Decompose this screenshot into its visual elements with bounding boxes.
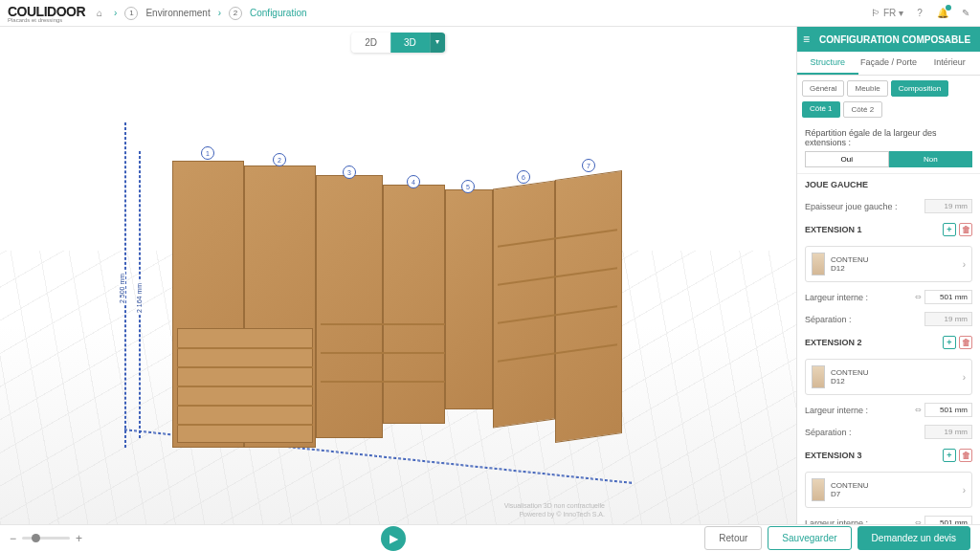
- chevron-right-icon: ›: [963, 372, 966, 383]
- content-thumb-icon: [812, 253, 825, 276]
- tab-structure[interactable]: Structure: [797, 52, 858, 75]
- ext1-content-card[interactable]: CONTENU D12 ›: [805, 246, 972, 282]
- view-dropdown[interactable]: ▾: [430, 33, 445, 53]
- repartition-row: Répartition égale de la largeur des exte…: [797, 122, 980, 174]
- logo-block: COULIDOOR Placards et dressings: [8, 4, 85, 23]
- ext2-content-card[interactable]: CONTENU D12 ›: [805, 359, 972, 395]
- hotspot-4[interactable]: 4: [407, 175, 420, 188]
- ext1-largeur-field: Largeur interne : ⇔: [797, 286, 980, 308]
- extension3-title: EXTENSION 3 + 🗑: [797, 443, 980, 468]
- toggle-oui[interactable]: Oui: [805, 151, 889, 167]
- joue-epaisseur-field: Epaisseur joue gauche :: [797, 195, 980, 217]
- zoom-slider[interactable]: [22, 537, 70, 540]
- credit-text: Visualisation 3D non contractuelle Power…: [504, 501, 605, 518]
- ext1-delete-button[interactable]: 🗑: [959, 223, 972, 236]
- extension2-title: EXTENSION 2 + 🗑: [797, 330, 980, 355]
- ext2-largeur-field: Largeur interne : ⇔: [797, 399, 980, 421]
- footer: − + ▶ Retour Sauvegarder Demandez un dev…: [0, 524, 980, 551]
- hotspot-1[interactable]: 1: [201, 146, 214, 160]
- ext3-content-card[interactable]: CONTENU D7 ›: [805, 472, 972, 508]
- tabs-level3: Côté 1 Côté 2: [797, 101, 980, 122]
- devis-button[interactable]: Demandez un devis: [858, 526, 970, 550]
- ruler-icon: ⇔: [915, 293, 922, 301]
- zoom-in-button[interactable]: +: [76, 532, 82, 545]
- breadcrumb-step2-num[interactable]: 2: [229, 7, 242, 20]
- dim-height2: 2 164 mm: [136, 281, 143, 315]
- joue-epaisseur-input[interactable]: [924, 199, 972, 213]
- breadcrumb-step1[interactable]: Environnement: [145, 8, 210, 18]
- notification-icon[interactable]: 🔔: [936, 7, 949, 20]
- hotspot-5[interactable]: 5: [461, 180, 475, 193]
- tab-general[interactable]: Général: [802, 80, 844, 97]
- ext2-largeur-input[interactable]: [924, 403, 972, 417]
- topbar: COULIDOOR Placards et dressings ⌂ › 1 En…: [0, 0, 980, 27]
- ext2-sep-input[interactable]: [924, 425, 972, 439]
- ext1-add-button[interactable]: +: [943, 223, 956, 236]
- wand-icon[interactable]: ✎: [959, 7, 972, 20]
- content-thumb-icon: [812, 478, 825, 501]
- view-3d-button[interactable]: 3D: [390, 33, 430, 53]
- ext2-content-info: CONTENU D12: [831, 368, 957, 386]
- home-icon[interactable]: ⌂: [93, 7, 106, 20]
- breadcrumb-step2[interactable]: Configuration: [250, 8, 306, 18]
- sidebar-title: CONFIGURATION COMPOSABLE: [815, 34, 974, 45]
- save-button[interactable]: Sauvegarder: [768, 526, 851, 550]
- hotspot-6[interactable]: 6: [517, 170, 530, 184]
- view-toggle: 2D 3D ▾: [351, 33, 445, 53]
- hotspot-2[interactable]: 2: [273, 153, 286, 166]
- view-2d-button[interactable]: 2D: [351, 33, 390, 53]
- extension1-title: EXTENSION 1 + 🗑: [797, 217, 980, 242]
- play-button[interactable]: ▶: [381, 526, 406, 551]
- furniture-render: 2 500 mm 2 164 mm: [153, 142, 670, 448]
- zoom-out-button[interactable]: −: [10, 532, 16, 545]
- ext1-sep-input[interactable]: [924, 312, 972, 326]
- tab-cote2[interactable]: Côté 2: [843, 101, 883, 118]
- joue-epaisseur-label: Epaisseur joue gauche :: [805, 202, 898, 211]
- ext2-sep-field: Séparation :: [797, 421, 980, 443]
- ext1-sep-field: Séparation :: [797, 308, 980, 330]
- config-sidebar: ≡ CONFIGURATION COMPOSABLE Structure Faç…: [796, 27, 980, 524]
- ext1-largeur-input[interactable]: [924, 290, 972, 304]
- tabs-level2: Général Meuble Composition: [797, 76, 980, 101]
- toggle-non[interactable]: Non: [889, 151, 973, 167]
- 3d-canvas[interactable]: 2D 3D ▾ 2 500 mm 2 164 mm: [0, 27, 796, 524]
- zoom-control: − +: [10, 532, 82, 545]
- content-thumb-icon: [812, 365, 825, 388]
- chevron-right-icon: ›: [963, 259, 966, 270]
- ruler-icon: ⇔: [915, 518, 922, 524]
- ruler-icon: ⇔: [915, 406, 922, 414]
- language-selector[interactable]: 🏳 FR ▾: [871, 8, 903, 18]
- topbar-right: 🏳 FR ▾ ? 🔔 ✎: [871, 7, 972, 20]
- ext3-content-info: CONTENU D7: [831, 481, 957, 498]
- ext2-delete-button[interactable]: 🗑: [959, 336, 972, 349]
- retour-button[interactable]: Retour: [704, 526, 762, 550]
- chevron-right-icon: ›: [114, 8, 117, 18]
- repartition-label: Répartition égale de la largeur des exte…: [805, 128, 972, 147]
- hotspot-3[interactable]: 3: [343, 165, 356, 179]
- joue-gauche-title: JOUE GAUCHE: [797, 174, 980, 195]
- tab-interieur[interactable]: Intérieur: [919, 52, 980, 75]
- tab-cote1[interactable]: Côté 1: [802, 101, 840, 118]
- hotspot-7[interactable]: 7: [582, 159, 595, 172]
- hamburger-icon[interactable]: ≡: [803, 33, 810, 46]
- ext3-delete-button[interactable]: 🗑: [959, 449, 972, 462]
- ext3-add-button[interactable]: +: [943, 449, 956, 462]
- dim-height1: 2 500 mm: [119, 272, 125, 305]
- sidebar-header: ≡ CONFIGURATION COMPOSABLE: [797, 27, 980, 52]
- ext2-add-button[interactable]: +: [943, 336, 956, 349]
- chevron-right-icon: ›: [218, 8, 221, 18]
- ext3-largeur-input[interactable]: [924, 516, 972, 524]
- tab-meuble[interactable]: Meuble: [847, 80, 887, 97]
- tabs-level1: Structure Façade / Porte Intérieur: [797, 52, 980, 76]
- ext3-largeur-field: Largeur interne : ⇔: [797, 512, 980, 524]
- breadcrumb-step1-num[interactable]: 1: [124, 7, 138, 20]
- tab-facade[interactable]: Façade / Porte: [858, 52, 920, 75]
- help-icon[interactable]: ?: [913, 7, 926, 20]
- repartition-toggle: Oui Non: [805, 151, 972, 167]
- chevron-right-icon: ›: [963, 485, 966, 496]
- tab-composition[interactable]: Composition: [891, 80, 948, 97]
- footer-buttons: Retour Sauvegarder Demandez un devis: [704, 526, 970, 550]
- ext1-content-info: CONTENU D12: [831, 255, 957, 273]
